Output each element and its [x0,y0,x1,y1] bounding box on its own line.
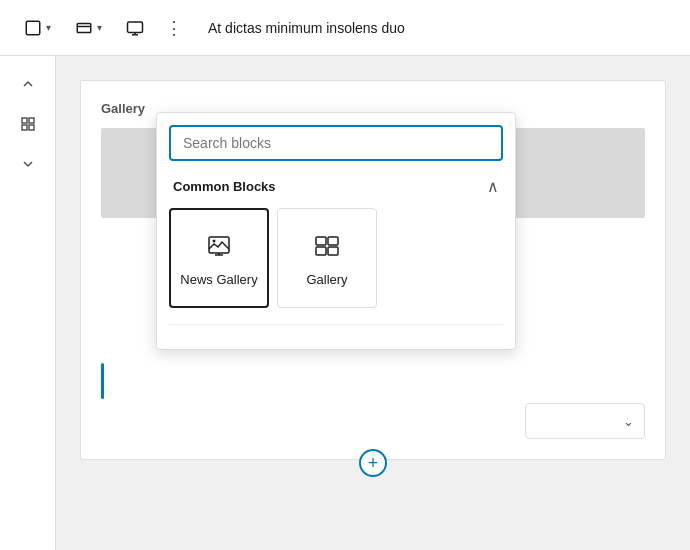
view-chevron-icon: ▾ [97,22,102,33]
block-search-input[interactable]: gall [169,125,503,161]
svg-rect-9 [29,125,34,130]
svg-rect-16 [316,247,326,255]
sidebar-up-button[interactable] [12,68,44,100]
gallery-block-label: Gallery [306,272,347,287]
svg-rect-0 [26,21,40,35]
gallery-icon [311,230,343,262]
block-indicator [101,363,104,399]
news-gallery-block-item[interactable]: News Gallery [169,208,269,308]
svg-rect-15 [328,237,338,245]
svg-point-11 [213,239,216,242]
preview-icon [126,19,144,37]
more-icon: ⋮ [165,17,184,39]
sidebar-down-button[interactable] [12,148,44,180]
preview-toolbar-button[interactable] [118,13,152,43]
add-icon: + [368,454,379,472]
section-title: Common Blocks [173,179,276,194]
inserter-block-list: News Gallery [169,208,503,308]
block-inserter-popup: gall Common Blocks ∧ [156,112,516,350]
svg-rect-1 [77,23,91,32]
news-gallery-block-label: News Gallery [180,272,257,287]
block-icon [24,19,42,37]
common-blocks-section-header: Common Blocks ∧ [169,177,503,196]
view-toolbar-button[interactable]: ▾ [67,13,110,43]
document-title: At dictas minimum insolens duo [208,20,405,36]
collapse-icon: ∧ [487,178,499,195]
gallery-block-item[interactable]: Gallery [277,208,377,308]
svg-rect-14 [316,237,326,245]
svg-rect-7 [29,118,34,123]
sidebar-grid-button[interactable] [12,108,44,140]
inserter-divider [169,324,503,325]
dropdown-chevron-icon: ⌄ [623,414,634,429]
view-icon [75,19,93,37]
editor-area: Gallery 1920 x 1080 ⌄ + [0,56,690,550]
down-icon [20,156,36,172]
svg-rect-3 [128,22,143,33]
block-toolbar-button[interactable]: ▾ [16,13,59,43]
more-options-button[interactable]: ⋮ [160,14,188,42]
left-sidebar [0,56,56,550]
top-toolbar: ▾ ▾ ⋮ At dictas minimum insolens duo [0,0,690,56]
svg-rect-6 [22,118,27,123]
section-collapse-button[interactable]: ∧ [487,177,499,196]
up-icon [20,76,36,92]
block-dropdown[interactable]: ⌄ [525,403,645,439]
block-chevron-icon: ▾ [46,22,51,33]
news-gallery-icon [203,230,235,262]
svg-rect-8 [22,125,27,130]
main-content: Gallery 1920 x 1080 ⌄ + [56,56,690,550]
add-block-button[interactable]: + [359,449,387,477]
grid-icon [20,116,36,132]
svg-rect-17 [328,247,338,255]
